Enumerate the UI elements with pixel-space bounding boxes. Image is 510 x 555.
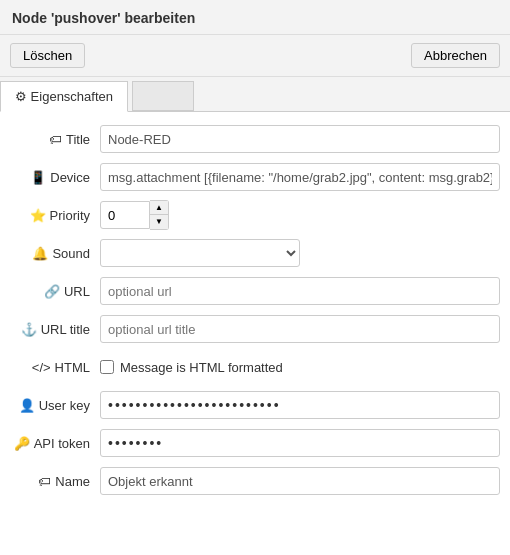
cancel-button[interactable]: Abbrechen [411,43,500,68]
form-row-title: 🏷Title [10,124,500,154]
priority-wrapper: ▲▼ [100,200,169,230]
tabs: ⚙ Eigenschaften [0,77,510,112]
input-api_token[interactable] [100,429,500,457]
sound-label: Sound [52,246,90,261]
delete-button[interactable]: Löschen [10,43,85,68]
tab-properties[interactable]: ⚙ Eigenschaften [0,81,128,112]
api_token-label: API token [34,436,90,451]
input-title[interactable] [100,125,500,153]
device-label: Device [50,170,90,185]
input-priority[interactable] [100,201,150,229]
tab-2[interactable] [132,81,194,111]
label-api_token: 🔑API token [10,436,100,451]
label-url_title: ⚓URL title [10,322,100,337]
name-icon: 🏷 [38,474,51,489]
label-title: 🏷Title [10,132,100,147]
spinner-down-button[interactable]: ▼ [150,215,168,229]
name-label: Name [55,474,90,489]
input-device[interactable] [100,163,500,191]
user_key-icon: 👤 [19,398,35,413]
label-url: 🔗URL [10,284,100,299]
title-label: Title [66,132,90,147]
label-user_key: 👤User key [10,398,100,413]
select-sound[interactable] [100,239,300,267]
form-row-sound: 🔔Sound [10,238,500,268]
label-name: 🏷Name [10,474,100,489]
page-title: Node 'pushover' bearbeiten [0,0,510,35]
label-sound: 🔔Sound [10,246,100,261]
priority-label: Priority [50,208,90,223]
form-row-priority: ⭐Priority▲▼ [10,200,500,230]
form-area: 🏷Title📱Device⭐Priority▲▼🔔Sound🔗URL⚓URL t… [0,112,510,516]
form-row-device: 📱Device [10,162,500,192]
input-url_title[interactable] [100,315,500,343]
tab-properties-label: ⚙ Eigenschaften [15,89,113,104]
spinner-buttons: ▲▼ [150,200,169,230]
title-icon: 🏷 [49,132,62,147]
input-url[interactable] [100,277,500,305]
priority-icon: ⭐ [30,208,46,223]
checkbox-label-html[interactable]: Message is HTML formatted [100,360,283,375]
form-row-url_title: ⚓URL title [10,314,500,344]
input-name[interactable] [100,467,500,495]
html-label: HTML [55,360,90,375]
checkbox-html[interactable] [100,360,114,374]
input-user_key[interactable] [100,391,500,419]
form-row-html: </>HTMLMessage is HTML formatted [10,352,500,382]
form-row-user_key: 👤User key [10,390,500,420]
toolbar: Löschen Abbrechen [0,35,510,77]
device-icon: 📱 [30,170,46,185]
spinner-up-button[interactable]: ▲ [150,201,168,215]
url-icon: 🔗 [44,284,60,299]
form-row-url: 🔗URL [10,276,500,306]
user_key-label: User key [39,398,90,413]
label-device: 📱Device [10,170,100,185]
html-icon: </> [32,360,51,375]
form-row-api_token: 🔑API token [10,428,500,458]
url-label: URL [64,284,90,299]
url_title-label: URL title [41,322,90,337]
url_title-icon: ⚓ [21,322,37,337]
sound-icon: 🔔 [32,246,48,261]
label-html: </>HTML [10,360,100,375]
checkbox-text-html: Message is HTML formatted [120,360,283,375]
label-priority: ⭐Priority [10,208,100,223]
api_token-icon: 🔑 [14,436,30,451]
form-row-name: 🏷Name [10,466,500,496]
